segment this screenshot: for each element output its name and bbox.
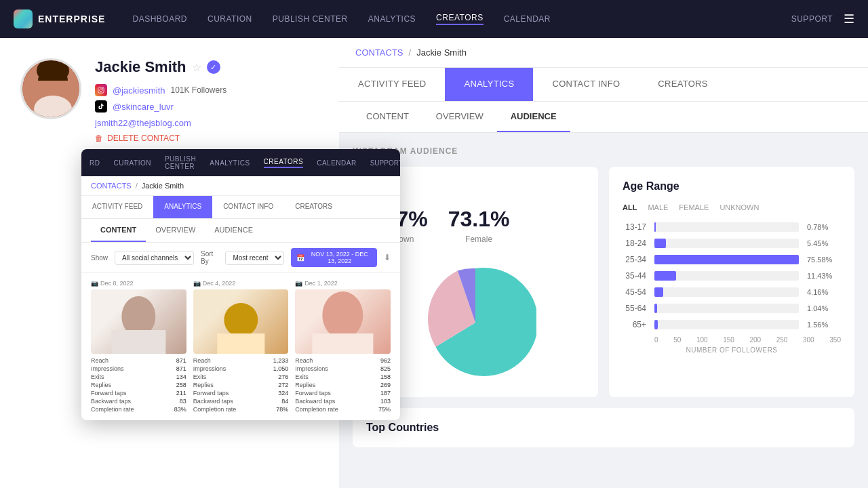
sort-by-select[interactable]: Most recent xyxy=(225,251,284,265)
profile-header: Jackie Smith ☆ ✓ @jackiesmith 101K Follo… xyxy=(20,58,319,143)
breadcrumb-contacts-link[interactable]: CONTACTS xyxy=(355,47,403,58)
axis-100: 100 xyxy=(696,336,708,344)
stat-row: Exits 158 xyxy=(295,373,391,381)
second-nav-analytics[interactable]: ANALYTICS xyxy=(210,159,250,167)
tiktok-handle[interactable]: @skincare_luvr xyxy=(113,102,174,112)
nav-publish-center[interactable]: PUBLISH CENTER xyxy=(273,14,348,24)
analytics-body: INSTAGRAM AUDIENCE Gender 17.7% Unknown … xyxy=(339,133,868,488)
tiktok-row: @skincare_luvr xyxy=(95,100,319,113)
second-tab-creators[interactable]: CREATORS xyxy=(284,196,343,218)
second-nav-publish[interactable]: PUBLISH CENTER xyxy=(165,155,196,170)
content-image[interactable] xyxy=(193,289,289,354)
stat-label: Completion rate xyxy=(193,406,237,413)
profile-name-row: Jackie Smith ☆ ✓ xyxy=(95,58,319,76)
svg-rect-16 xyxy=(313,333,374,354)
favorite-icon[interactable]: ☆ xyxy=(192,61,201,74)
nav-curation[interactable]: CURATION xyxy=(208,14,252,24)
analytics-grid: Gender 17.7% Unknown 73.1% Female xyxy=(353,167,854,397)
nav-creators[interactable]: CREATORS xyxy=(436,13,484,25)
age-bar-container xyxy=(654,320,799,329)
stat-label: Replies xyxy=(295,382,315,388)
stat-row: Completion rate 78% xyxy=(193,405,289,413)
stat-row: Backward taps 84 xyxy=(193,397,289,405)
sub-tab-audience[interactable]: AUDIENCE xyxy=(497,102,570,132)
stat-value: 83 xyxy=(180,398,186,405)
svg-point-13 xyxy=(224,303,258,337)
content-image[interactable] xyxy=(91,289,186,354)
nav-dashboard[interactable]: DASHBOARD xyxy=(132,14,187,24)
stat-row: Backward taps 83 xyxy=(91,397,186,405)
age-bar-container xyxy=(654,287,799,297)
stat-value: 84 xyxy=(281,398,288,405)
age-row: 45-54 4.16% xyxy=(623,287,841,297)
age-row: 18-24 5.45% xyxy=(623,239,841,248)
second-nav-rd[interactable]: RD xyxy=(90,159,100,167)
second-support[interactable]: SUPPORT xyxy=(370,159,400,167)
logo[interactable]: ENTERPRISE xyxy=(14,9,105,28)
age-bar-container xyxy=(654,304,799,313)
tab-creators[interactable]: CREATORS xyxy=(639,68,726,101)
second-nav-calendar[interactable]: CALENDAR xyxy=(317,159,356,167)
axis-350: 350 xyxy=(829,336,841,344)
second-tab-contact-info[interactable]: CONTACT INFO xyxy=(212,196,284,218)
sub-tab-content[interactable]: CONTENT xyxy=(353,102,422,132)
filter-sort-label: Sort By xyxy=(201,250,218,265)
age-bar xyxy=(654,287,663,297)
delete-contact-button[interactable]: 🗑 DELETE CONTACT xyxy=(95,134,319,143)
instagram-handle[interactable]: @jackiesmith xyxy=(113,85,165,96)
second-tab-analytics[interactable]: ANALYTICS xyxy=(153,196,212,218)
stat-value: 103 xyxy=(380,398,391,405)
second-breadcrumb-contacts[interactable]: CONTACTS xyxy=(91,182,132,190)
second-breadcrumb-name: Jackie Smith xyxy=(142,182,184,190)
female-label: Female xyxy=(448,235,510,244)
stat-value: 75% xyxy=(378,406,391,413)
verified-badge: ✓ xyxy=(207,60,220,74)
sub-tab-overview[interactable]: OVERVIEW xyxy=(422,102,497,132)
breadcrumb-current: Jackie Smith xyxy=(416,47,467,58)
nav-analytics[interactable]: ANALYTICS xyxy=(368,14,416,24)
profile-email[interactable]: jsmith22@thejsblog.com xyxy=(95,118,319,128)
second-sub-tab-overview[interactable]: OVERVIEW xyxy=(146,219,205,242)
download-icon[interactable]: ⬇ xyxy=(384,253,391,262)
second-nav-curation[interactable]: CURATION xyxy=(113,159,151,167)
age-filter-all[interactable]: ALL xyxy=(623,203,637,211)
ig-small-icon: 📷 xyxy=(193,280,201,287)
stat-value: 324 xyxy=(278,390,288,396)
stat-label: Forward taps xyxy=(193,390,229,396)
trash-icon: 🗑 xyxy=(95,134,103,143)
date-range-text: NOV 13, 2022 - DEC 13, 2022 xyxy=(307,251,372,264)
social-channels-select[interactable]: All social channels xyxy=(115,251,194,265)
second-sub-tab-audience[interactable]: AUDIENCE xyxy=(205,219,262,242)
stat-label: Reach xyxy=(91,357,108,364)
age-range-label: 65+ xyxy=(623,320,646,329)
age-range-label: 55-64 xyxy=(623,304,646,313)
second-tab-activity[interactable]: ACTIVITY FEED xyxy=(81,196,153,218)
date-range-button[interactable]: 📅 NOV 13, 2022 - DEC 13, 2022 xyxy=(291,248,377,267)
age-row: 55-64 1.04% xyxy=(623,304,841,313)
tab-contact-info[interactable]: CONTACT INFO xyxy=(533,68,639,101)
svg-point-15 xyxy=(323,291,363,339)
age-range-label: 13-17 xyxy=(623,222,646,232)
stat-label: Exits xyxy=(193,373,207,380)
age-pct-label: 11.43% xyxy=(807,272,841,280)
tab-activity-feed[interactable]: ACTIVITY FEED xyxy=(339,68,445,101)
age-range-label: 35-44 xyxy=(623,271,646,281)
calendar-icon: 📅 xyxy=(296,254,304,262)
stat-row: Reach 962 xyxy=(295,357,391,365)
nav-calendar[interactable]: CALENDAR xyxy=(504,14,551,24)
stat-value: 825 xyxy=(380,365,391,372)
age-filter-unknown[interactable]: UNKNOWN xyxy=(719,203,759,211)
hamburger-icon[interactable]: ☰ xyxy=(844,12,854,26)
age-filter-female[interactable]: FEMALE xyxy=(679,203,709,211)
stat-label: Replies xyxy=(91,382,111,388)
second-nav-creators[interactable]: CREATORS xyxy=(264,158,304,168)
stat-row: Reach 1,233 xyxy=(193,357,289,365)
support-link[interactable]: SUPPORT xyxy=(791,14,833,24)
svg-rect-12 xyxy=(111,330,165,354)
second-sub-tab-content[interactable]: CONTENT xyxy=(91,219,146,242)
age-bar xyxy=(654,304,657,313)
age-range-title: Age Range xyxy=(623,180,841,192)
age-filter-male[interactable]: MALE xyxy=(648,203,668,211)
content-image[interactable] xyxy=(295,289,391,354)
tab-analytics[interactable]: ANALYTICS xyxy=(445,68,533,101)
